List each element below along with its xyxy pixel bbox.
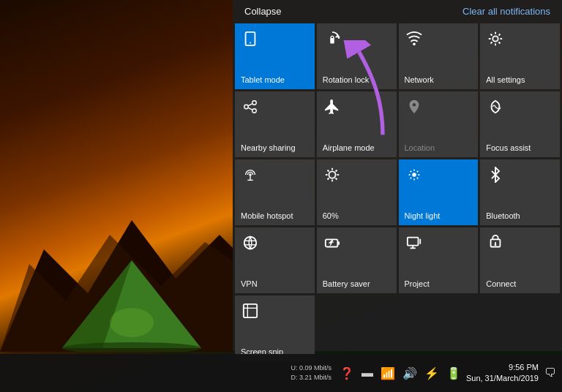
connect-icon bbox=[487, 235, 503, 255]
media-player-icon[interactable]: ▬ bbox=[359, 366, 375, 380]
nearby-sharing-icon bbox=[242, 99, 258, 118]
svg-rect-42 bbox=[337, 241, 340, 245]
svg-point-20 bbox=[329, 171, 335, 178]
svg-line-36 bbox=[416, 171, 417, 172]
svg-line-27 bbox=[335, 170, 337, 171]
svg-point-49 bbox=[495, 244, 497, 246]
tent bbox=[59, 257, 205, 352]
svg-line-35 bbox=[416, 178, 417, 178]
all-settings-icon bbox=[487, 31, 503, 50]
focus-assist-label: Focus assist bbox=[486, 143, 531, 153]
bluetooth-icon bbox=[487, 167, 503, 186]
clear-notifications-button[interactable]: Clear all notifications bbox=[462, 6, 550, 17]
svg-rect-50 bbox=[244, 304, 257, 317]
upload-speed: U: 0.09 Mbit/s bbox=[291, 363, 331, 373]
tile-bluetooth[interactable]: Bluetooth bbox=[480, 159, 560, 225]
download-speed: D: 3.21 Mbit/s bbox=[291, 373, 331, 382]
bluetooth-tray-icon[interactable]: ⚡ bbox=[422, 366, 441, 380]
tile-rotation-lock[interactable]: Rotation lock bbox=[317, 23, 397, 89]
tablet-mode-label: Tablet mode bbox=[241, 75, 285, 85]
svg-point-5 bbox=[110, 308, 154, 337]
svg-line-25 bbox=[327, 170, 329, 171]
svg-rect-43 bbox=[407, 238, 418, 246]
svg-line-37 bbox=[410, 178, 411, 178]
rotation-lock-icon bbox=[324, 31, 340, 50]
all-settings-label: All settings bbox=[486, 75, 525, 85]
time-display: 9:56 PM bbox=[509, 362, 539, 373]
tile-connect[interactable]: Connect bbox=[480, 227, 560, 293]
tile-focus-assist[interactable]: Focus assist bbox=[480, 91, 560, 157]
project-icon bbox=[406, 235, 422, 255]
battery-tray-icon[interactable]: 🔋 bbox=[444, 366, 463, 380]
svg-rect-10 bbox=[331, 36, 334, 39]
clock[interactable]: 9:56 PM Sun, 31/March/2019 bbox=[466, 362, 539, 385]
svg-point-12 bbox=[244, 105, 249, 109]
collapse-button[interactable]: Collapse bbox=[244, 6, 282, 17]
svg-point-7 bbox=[250, 42, 251, 44]
svg-point-38 bbox=[244, 237, 257, 249]
brightness-label: 60% bbox=[323, 211, 339, 221]
notification-center-icon[interactable]: 🗨 bbox=[542, 366, 559, 380]
quick-actions-grid: Tablet mode Rotation lock Network All se… bbox=[233, 21, 562, 361]
tile-nearby-sharing[interactable]: Nearby sharing bbox=[235, 91, 315, 157]
tile-network[interactable]: Network bbox=[399, 23, 479, 89]
night-light-label: Night light bbox=[405, 211, 441, 221]
location-icon bbox=[406, 99, 422, 118]
battery-saver-icon bbox=[324, 235, 340, 255]
nearby-sharing-label: Nearby sharing bbox=[241, 143, 296, 153]
svg-point-29 bbox=[412, 173, 416, 177]
brightness-icon bbox=[324, 167, 340, 186]
action-center-panel: Collapse Clear all notifications Tablet … bbox=[233, 0, 562, 351]
vpn-label: VPN bbox=[241, 279, 258, 289]
mobile-hotspot-icon bbox=[242, 167, 258, 186]
tile-screen-snip[interactable]: Screen snip bbox=[235, 295, 315, 361]
wifi-icon[interactable]: 📶 bbox=[378, 366, 397, 380]
location-label: Location bbox=[405, 143, 435, 153]
airplane-mode-label: Airplane mode bbox=[323, 143, 375, 153]
tile-mobile-hotspot[interactable]: Mobile hotspot bbox=[235, 159, 315, 225]
svg-rect-46 bbox=[419, 239, 421, 244]
tile-battery-saver[interactable]: Battery saver bbox=[317, 227, 397, 293]
tile-airplane-mode[interactable]: Airplane mode bbox=[317, 91, 397, 157]
svg-line-16 bbox=[248, 108, 252, 110]
volume-icon[interactable]: 🔊 bbox=[400, 366, 419, 380]
svg-line-34 bbox=[410, 171, 411, 172]
screen-snip-icon bbox=[242, 303, 258, 323]
svg-line-28 bbox=[327, 178, 329, 179]
tablet-mode-icon bbox=[242, 31, 258, 50]
taskbar: U: 0.09 Mbit/s D: 3.21 Mbit/s ❓ ▬ 📶 🔊 ⚡ … bbox=[0, 354, 562, 392]
svg-point-14 bbox=[252, 109, 257, 113]
action-center-header: Collapse Clear all notifications bbox=[233, 0, 562, 21]
battery-saver-label: Battery saver bbox=[323, 279, 370, 289]
svg-line-15 bbox=[248, 104, 252, 106]
tile-all-settings[interactable]: All settings bbox=[480, 23, 560, 89]
tile-project[interactable]: Project bbox=[399, 227, 479, 293]
rotation-lock-label: Rotation lock bbox=[323, 75, 370, 85]
project-label: Project bbox=[405, 279, 430, 289]
night-light-icon bbox=[406, 167, 422, 186]
airplane-mode-icon bbox=[324, 99, 340, 118]
network-speed-info: U: 0.09 Mbit/s D: 3.21 Mbit/s bbox=[291, 363, 331, 382]
focus-assist-icon bbox=[487, 99, 503, 118]
svg-line-26 bbox=[335, 178, 337, 179]
svg-marker-8 bbox=[334, 35, 340, 38]
svg-point-17 bbox=[249, 173, 252, 176]
bluetooth-label: Bluetooth bbox=[486, 211, 520, 221]
mobile-hotspot-label: Mobile hotspot bbox=[241, 211, 293, 221]
svg-point-13 bbox=[252, 101, 257, 105]
desktop-wallpaper: Collapse Clear all notifications Tablet … bbox=[0, 0, 562, 392]
help-icon[interactable]: ❓ bbox=[337, 366, 356, 380]
vpn-icon bbox=[242, 235, 258, 255]
taskbar-tray: U: 0.09 Mbit/s D: 3.21 Mbit/s ❓ ▬ 📶 🔊 ⚡ … bbox=[291, 362, 559, 385]
network-icon bbox=[406, 31, 422, 50]
tile-vpn[interactable]: VPN bbox=[235, 227, 315, 293]
date-display: Sun, 31/March/2019 bbox=[466, 373, 539, 384]
connect-label: Connect bbox=[486, 279, 516, 289]
network-label: Network bbox=[405, 75, 434, 85]
tile-brightness[interactable]: 60% bbox=[317, 159, 397, 225]
tile-location[interactable]: Location bbox=[399, 91, 479, 157]
svg-point-11 bbox=[413, 43, 416, 46]
tile-tablet-mode[interactable]: Tablet mode bbox=[235, 23, 315, 89]
tile-night-light[interactable]: Night light bbox=[399, 159, 479, 225]
